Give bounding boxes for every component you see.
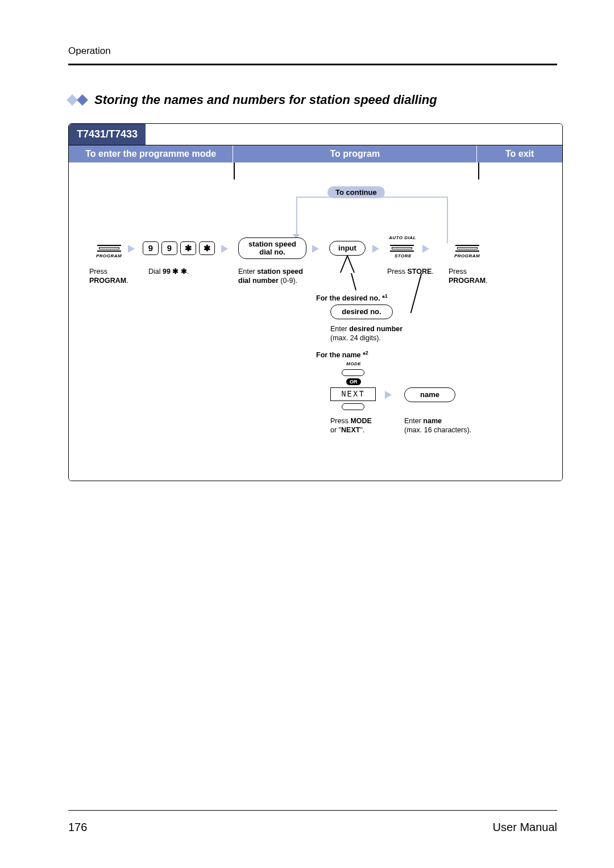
program-button-icon (97, 245, 121, 252)
heading-row: Storing the names and numbers for statio… (68, 93, 557, 107)
desired-no-oval: desired no. (330, 304, 393, 319)
cap-enter-ssd: Enter station speeddial number (0-9). (238, 268, 303, 285)
flow-line (447, 197, 448, 243)
flow-area: To continue PROGRAM 9 9 ✱ ✱ station spee… (69, 162, 562, 481)
cap-press-program: PressPROGRAM. (89, 268, 128, 285)
diamond-icon (77, 94, 88, 106)
key-star: ✱ (180, 241, 196, 255)
program-button-icon (455, 245, 479, 252)
col-to-exit: To exit (477, 145, 562, 162)
footer-rule (68, 810, 557, 811)
next-display: NEXT (330, 387, 376, 401)
key-9: 9 (143, 241, 159, 255)
input-oval: input (329, 241, 366, 256)
mode-label: MODE (346, 361, 361, 366)
page-footer: 176 User Manual (68, 810, 557, 834)
model-tab: T7431/T7433 (69, 124, 146, 145)
branch-line (351, 273, 356, 290)
branch-line (347, 256, 355, 273)
doc-title: User Manual (493, 821, 557, 834)
cap-for-name: For the name *2 (316, 350, 368, 360)
page-root: Operation Storing the names and numbers … (0, 0, 614, 868)
divider (234, 162, 235, 180)
branch-line (410, 273, 422, 313)
tab-row: T7431/T7433 (69, 124, 562, 145)
horizontal-rule (68, 64, 557, 65)
col-enter-mode: To enter the programme mode (69, 145, 233, 162)
arrow-right-icon (312, 245, 319, 253)
name-oval: name (404, 387, 455, 402)
arrow-right-icon (372, 245, 379, 253)
continue-pill: To continue (327, 186, 385, 198)
cap-dial: Dial 99 ✱ ✱. (148, 268, 189, 277)
station-speed-oval: station speed dial no. (238, 237, 306, 259)
arrow-right-icon (422, 245, 429, 253)
or-pill: OR (346, 378, 361, 385)
mode-button-icon (342, 369, 364, 376)
cap-enter-name: Enter name(max. 16 characters). (404, 417, 471, 435)
flow-line (296, 197, 297, 236)
autodial-label-bot: STORE (395, 253, 412, 258)
section-label: Operation (68, 45, 557, 57)
page-title: Storing the names and numbers for statio… (94, 93, 437, 107)
arrow-right-icon (221, 245, 228, 253)
column-headers: To enter the programme mode To program T… (69, 145, 562, 162)
autodial-label-top: AUTO DIAL (389, 235, 416, 240)
cap-enter-desired: Enter desired number(max. 24 digits). (330, 325, 403, 343)
branch-line (340, 256, 348, 273)
arrow-right-icon (385, 391, 392, 399)
col-to-program: To program (233, 145, 477, 162)
divider (478, 162, 479, 180)
cap-press-program-right: PressPROGRAM. (449, 268, 488, 285)
cap-for-desired: For the desired no. *1 (316, 293, 388, 303)
store-button-icon (390, 245, 414, 252)
cap-press-mode: Press MODEor "NEXT". (330, 417, 372, 435)
instruction-panel: T7431/T7433 To enter the programme mode … (68, 123, 563, 481)
page-number: 176 (68, 821, 87, 834)
key-9: 9 (161, 241, 177, 255)
program-label: PROGRAM (96, 253, 122, 258)
diamond-icon (67, 94, 78, 106)
key-star: ✱ (199, 241, 215, 255)
softkey-icon (342, 403, 364, 410)
program-label: PROGRAM (454, 253, 480, 258)
arrow-right-icon (128, 245, 135, 253)
cap-press-store: Press STORE. (387, 268, 434, 277)
